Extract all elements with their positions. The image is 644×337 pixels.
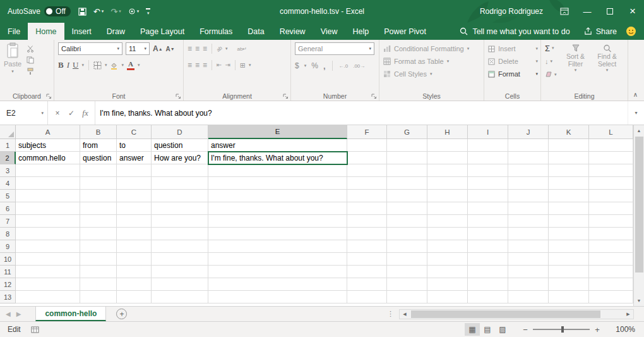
align-middle-icon[interactable]: ≡	[195, 45, 200, 52]
column-header-C[interactable]: C	[117, 125, 152, 139]
paste-button[interactable]: Paste ▾	[4, 42, 21, 75]
sheet-nav-left-icon[interactable]: ◀	[0, 310, 16, 317]
horizontal-scrollbar[interactable]: ◀ ▶	[399, 309, 634, 319]
cell-D5[interactable]	[152, 190, 208, 202]
cell-B10[interactable]	[80, 253, 117, 266]
sheet-tab-common-hello[interactable]: common-hello	[35, 307, 106, 321]
cell-L7[interactable]	[589, 215, 633, 228]
cell-C11[interactable]	[117, 266, 152, 278]
row-header-13[interactable]: 13	[0, 291, 16, 303]
cell-F3[interactable]	[347, 164, 387, 177]
cell-D11[interactable]	[152, 266, 208, 278]
increase-decimal-icon[interactable]: ←.0	[339, 63, 349, 69]
cell-K1[interactable]	[549, 139, 589, 152]
column-header-K[interactable]: K	[549, 125, 589, 139]
record-macro-icon[interactable]	[31, 326, 39, 333]
cell-F9[interactable]	[347, 240, 387, 253]
column-header-H[interactable]: H	[427, 125, 468, 139]
ribbon-tab-view[interactable]: View	[313, 23, 345, 40]
cell-J11[interactable]	[508, 266, 549, 278]
percent-style-icon[interactable]: %	[311, 61, 318, 70]
cell-G10[interactable]	[387, 253, 427, 266]
cell-H3[interactable]	[427, 164, 468, 177]
format-painter-icon[interactable]	[27, 68, 34, 75]
clear-button[interactable]: ▾	[545, 69, 557, 80]
cell-A6[interactable]	[16, 202, 80, 215]
cell-I6[interactable]	[468, 202, 508, 215]
cell-J10[interactable]	[508, 253, 549, 266]
cell-B4[interactable]	[80, 177, 117, 190]
number-format-combo[interactable]: General▾	[295, 42, 374, 55]
ribbon-tab-home[interactable]: Home	[28, 23, 64, 40]
cell-A13[interactable]	[16, 291, 80, 303]
cell-D9[interactable]	[152, 240, 208, 253]
cell-K10[interactable]	[549, 253, 589, 266]
conditional-formatting-button[interactable]: Conditional Formatting ▾	[383, 42, 481, 55]
cell-E9[interactable]	[208, 240, 347, 253]
cell-K9[interactable]	[549, 240, 589, 253]
cell-D3[interactable]	[152, 164, 208, 177]
cancel-icon[interactable]: ×	[51, 109, 64, 118]
cell-C8[interactable]	[117, 228, 152, 240]
horizontal-scroll-thumb[interactable]	[411, 310, 600, 318]
align-center-icon[interactable]: ≡	[195, 61, 200, 69]
zoom-slider-thumb[interactable]	[561, 326, 564, 333]
cell-I9[interactable]	[468, 240, 508, 253]
cell-C6[interactable]	[117, 202, 152, 215]
cell-E7[interactable]	[208, 215, 347, 228]
cell-K11[interactable]	[549, 266, 589, 278]
fill-color-icon[interactable]	[110, 61, 118, 70]
number-dialog-launcher-icon[interactable]	[371, 94, 377, 99]
cell-G2[interactable]	[387, 152, 427, 164]
tell-me-box[interactable]: Tell me what you want to do	[453, 23, 576, 40]
cell-L5[interactable]	[589, 190, 633, 202]
scroll-up-icon[interactable]: ▲	[634, 125, 644, 136]
cell-J2[interactable]	[508, 152, 549, 164]
cell-H7[interactable]	[427, 215, 468, 228]
column-header-L[interactable]: L	[589, 125, 633, 139]
ribbon-display-options-icon[interactable]	[553, 0, 576, 23]
ribbon-tab-formulas[interactable]: Formulas	[192, 23, 240, 40]
cell-G6[interactable]	[387, 202, 427, 215]
cell-I10[interactable]	[468, 253, 508, 266]
enter-icon[interactable]: ✓	[64, 109, 78, 118]
merge-center-icon[interactable]: ⊞	[240, 62, 246, 69]
decrease-decimal-icon[interactable]: .00→	[353, 63, 365, 69]
cell-L13[interactable]	[589, 291, 633, 303]
cell-G1[interactable]	[387, 139, 427, 152]
cell-G3[interactable]	[387, 164, 427, 177]
clipboard-dialog-launcher-icon[interactable]	[46, 94, 52, 99]
cell-C3[interactable]	[117, 164, 152, 177]
cell-B9[interactable]	[80, 240, 117, 253]
cell-D13[interactable]	[152, 291, 208, 303]
cell-A8[interactable]	[16, 228, 80, 240]
column-header-B[interactable]: B	[80, 125, 117, 139]
cell-B7[interactable]	[80, 215, 117, 228]
wrap-text-icon[interactable]: ab↵	[237, 46, 247, 52]
cell-F8[interactable]	[347, 228, 387, 240]
cell-C12[interactable]	[117, 278, 152, 291]
touch-mode-icon[interactable]: ▾	[128, 8, 140, 15]
underline-icon[interactable]: U	[73, 60, 78, 70]
cell-I7[interactable]	[468, 215, 508, 228]
cell-C13[interactable]	[117, 291, 152, 303]
cell-F11[interactable]	[347, 266, 387, 278]
cell-K3[interactable]	[549, 164, 589, 177]
name-box[interactable]: E2 ▾	[0, 101, 48, 125]
cell-B8[interactable]	[80, 228, 117, 240]
cell-J8[interactable]	[508, 228, 549, 240]
cell-G12[interactable]	[387, 278, 427, 291]
zoom-out-icon[interactable]: −	[519, 325, 532, 334]
cell-H13[interactable]	[427, 291, 468, 303]
cell-A1[interactable]: subjects	[16, 139, 80, 152]
cell-F6[interactable]	[347, 202, 387, 215]
cell-L6[interactable]	[589, 202, 633, 215]
scroll-right-icon[interactable]: ▶	[623, 312, 633, 317]
ribbon-tab-insert[interactable]: Insert	[64, 23, 99, 40]
format-as-table-button[interactable]: Format as Table ▾	[383, 55, 481, 68]
cell-L10[interactable]	[589, 253, 633, 266]
minimize-button[interactable]: —	[576, 0, 599, 23]
row-header-9[interactable]: 9	[0, 240, 16, 253]
cell-B13[interactable]	[80, 291, 117, 303]
zoom-in-icon[interactable]: +	[591, 325, 604, 334]
